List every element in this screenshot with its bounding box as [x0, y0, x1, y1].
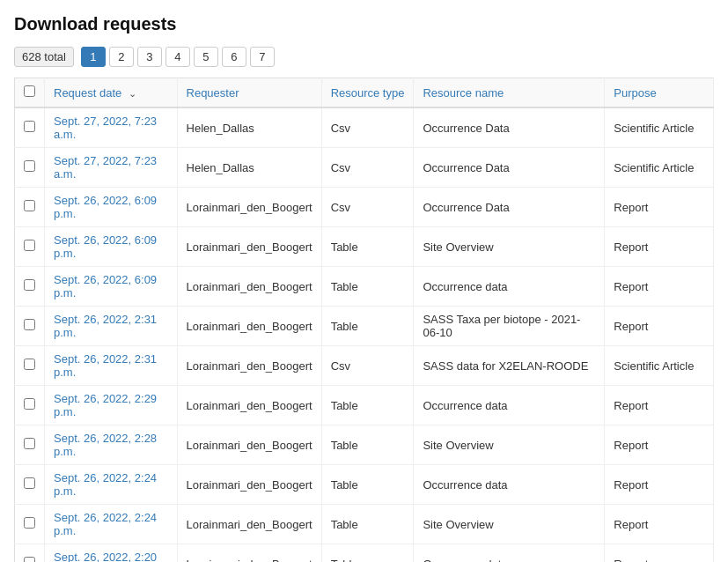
table-row: Sept. 26, 2022, 2:24 p.m.Lorainmari_den_… [15, 505, 714, 544]
row-requester: Lorainmari_den_Boogert [177, 425, 321, 465]
page-title: Download requests [14, 14, 714, 34]
row-requester: Helen_Dallas [177, 148, 321, 188]
row-checkbox-cell [15, 346, 45, 386]
row-resource-name: Site Overview [414, 425, 605, 465]
row-requester: Lorainmari_den_Boogert [177, 465, 321, 505]
table-row: Sept. 26, 2022, 2:31 p.m.Lorainmari_den_… [15, 346, 714, 386]
request-date-link[interactable]: Sept. 26, 2022, 2:29 p.m. [54, 392, 157, 418]
row-resource-name: Occurrence data [414, 267, 605, 307]
row-request-date: Sept. 26, 2022, 2:31 p.m. [45, 346, 178, 386]
row-resource-type: Table [321, 307, 414, 346]
request-date-link[interactable]: Sept. 26, 2022, 6:09 p.m. [54, 273, 157, 299]
request-date-link[interactable]: Sept. 26, 2022, 2:24 p.m. [54, 511, 157, 537]
row-purpose: Scientific Article [605, 107, 714, 148]
row-purpose: Report [605, 544, 714, 563]
row-request-date: Sept. 26, 2022, 6:09 p.m. [45, 188, 178, 227]
row-request-date: Sept. 26, 2022, 2:28 p.m. [45, 425, 178, 465]
row-request-date: Sept. 26, 2022, 2:29 p.m. [45, 386, 178, 425]
select-all-checkbox[interactable] [24, 85, 35, 97]
row-requester: Lorainmari_den_Boogert [177, 188, 321, 227]
page-btn-2[interactable]: 2 [109, 47, 134, 67]
request-date-link[interactable]: Sept. 26, 2022, 2:28 p.m. [54, 432, 157, 458]
row-resource-type: Table [321, 386, 414, 425]
page-btn-1[interactable]: 1 [81, 47, 106, 67]
row-checkbox[interactable] [24, 319, 35, 330]
row-request-date: Sept. 26, 2022, 2:31 p.m. [45, 307, 178, 346]
header-request-date[interactable]: Request date ⌄ [45, 78, 178, 108]
row-resource-name: Occurrence Data [414, 148, 605, 188]
request-date-link[interactable]: Sept. 26, 2022, 6:09 p.m. [54, 194, 157, 220]
table-row: Sept. 26, 2022, 6:09 p.m.Lorainmari_den_… [15, 188, 714, 227]
page-btn-4[interactable]: 4 [165, 47, 190, 67]
row-purpose: Report [605, 227, 714, 267]
row-resource-name: Occurrence data [414, 465, 605, 505]
row-request-date: Sept. 27, 2022, 7:23 a.m. [45, 107, 178, 148]
row-checkbox-cell [15, 307, 45, 346]
table-body: Sept. 27, 2022, 7:23 a.m.Helen_DallasCsv… [15, 107, 714, 562]
row-purpose: Report [605, 386, 714, 425]
row-checkbox[interactable] [24, 557, 35, 562]
row-checkbox-cell [15, 386, 45, 425]
row-resource-type: Table [321, 227, 414, 267]
row-requester: Lorainmari_den_Boogert [177, 307, 321, 346]
row-checkbox-cell [15, 227, 45, 267]
table-row: Sept. 26, 2022, 6:09 p.m.Lorainmari_den_… [15, 267, 714, 307]
row-resource-name: SASS Taxa per biotope - 2021-06-10 [414, 307, 605, 346]
row-checkbox[interactable] [24, 160, 35, 172]
row-checkbox[interactable] [24, 121, 35, 132]
header-resource-name: Resource name [414, 78, 605, 108]
row-checkbox-cell [15, 188, 45, 227]
row-resource-name: Occurrence data [414, 386, 605, 425]
header-checkbox-col [15, 78, 45, 108]
row-purpose: Report [605, 307, 714, 346]
row-purpose: Report [605, 465, 714, 505]
row-request-date: Sept. 26, 2022, 6:09 p.m. [45, 227, 178, 267]
row-request-date: Sept. 26, 2022, 2:24 p.m. [45, 465, 178, 505]
requests-table: Request date ⌄ Requester Resource type R… [14, 78, 714, 562]
row-checkbox[interactable] [24, 517, 35, 529]
row-checkbox[interactable] [24, 359, 35, 370]
row-resource-type: Table [321, 544, 414, 563]
request-date-link[interactable]: Sept. 27, 2022, 7:23 a.m. [54, 154, 157, 181]
row-resource-type: Table [321, 267, 414, 307]
request-date-link[interactable]: Sept. 26, 2022, 2:31 p.m. [54, 313, 157, 339]
row-requester: Lorainmari_den_Boogert [177, 505, 321, 544]
row-requester: Lorainmari_den_Boogert [177, 267, 321, 307]
row-resource-type: Table [321, 505, 414, 544]
table-header: Request date ⌄ Requester Resource type R… [15, 78, 714, 108]
row-resource-name: Occurrence data [414, 544, 605, 563]
row-checkbox[interactable] [24, 200, 35, 211]
page-btn-5[interactable]: 5 [194, 47, 218, 67]
row-checkbox[interactable] [24, 438, 35, 449]
row-checkbox-cell [15, 267, 45, 307]
request-date-link[interactable]: Sept. 26, 2022, 6:09 p.m. [54, 233, 157, 260]
request-date-link[interactable]: Sept. 26, 2022, 2:31 p.m. [54, 352, 157, 379]
row-checkbox-cell [15, 544, 45, 563]
request-date-link[interactable]: Sept. 26, 2022, 2:24 p.m. [54, 471, 157, 498]
row-purpose: Report [605, 188, 714, 227]
page-btn-3[interactable]: 3 [137, 47, 162, 67]
table-row: Sept. 27, 2022, 7:23 a.m.Helen_DallasCsv… [15, 148, 714, 188]
row-resource-name: Occurrence Data [414, 107, 605, 148]
request-date-link[interactable]: Sept. 27, 2022, 7:23 a.m. [54, 115, 157, 141]
row-checkbox-cell [15, 107, 45, 148]
row-checkbox[interactable] [24, 240, 35, 251]
row-resource-type: Csv [321, 148, 414, 188]
row-requester: Lorainmari_den_Boogert [177, 386, 321, 425]
row-resource-name: Site Overview [414, 227, 605, 267]
table-row: Sept. 26, 2022, 2:28 p.m.Lorainmari_den_… [15, 425, 714, 465]
row-checkbox[interactable] [24, 279, 35, 291]
table-row: Sept. 26, 2022, 2:24 p.m.Lorainmari_den_… [15, 465, 714, 505]
table-row: Sept. 26, 2022, 2:20 p.m.Lorainmari_den_… [15, 544, 714, 563]
row-resource-type: Table [321, 465, 414, 505]
request-date-link[interactable]: Sept. 26, 2022, 2:20 p.m. [54, 551, 157, 562]
row-request-date: Sept. 26, 2022, 6:09 p.m. [45, 267, 178, 307]
row-resource-name: Site Overview [414, 505, 605, 544]
row-checkbox[interactable] [24, 477, 35, 489]
row-purpose: Scientific Article [605, 148, 714, 188]
row-requester: Helen_Dallas [177, 107, 321, 148]
row-purpose: Report [605, 425, 714, 465]
page-btn-6[interactable]: 6 [222, 47, 246, 67]
row-checkbox[interactable] [24, 398, 35, 410]
page-btn-7[interactable]: 7 [250, 47, 275, 67]
